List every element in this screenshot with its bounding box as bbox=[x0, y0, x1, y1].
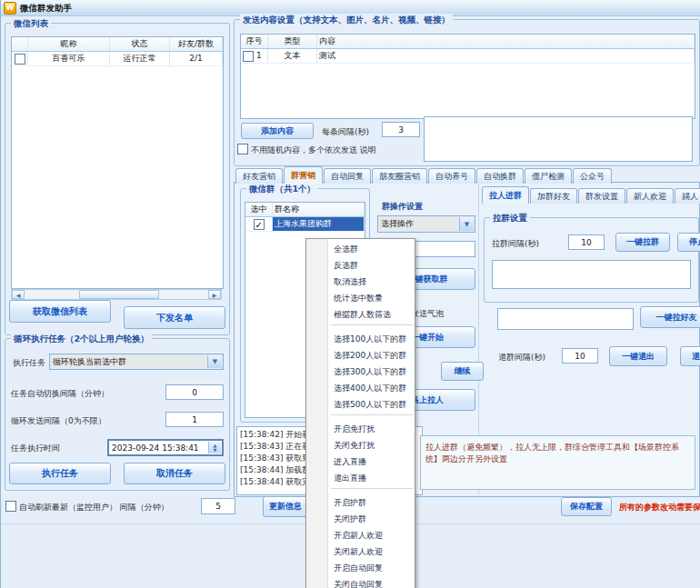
group-label: 发送内容设置（支持文本、图片、名片、视频、链接） bbox=[240, 14, 453, 25]
quit-button2[interactable]: 退出 bbox=[680, 346, 700, 366]
group-label: 微信群（共1个） bbox=[246, 183, 318, 194]
menu-item[interactable]: 开启自动回复 bbox=[306, 560, 415, 576]
main-tab[interactable]: 群营销 bbox=[284, 166, 323, 184]
horizontal-scrollbar[interactable]: ◀ ▶ bbox=[11, 289, 222, 300]
pull-interval-input[interactable]: 10 bbox=[568, 234, 605, 250]
menu-item[interactable] bbox=[331, 488, 413, 493]
main-tab[interactable]: 自动养号 bbox=[428, 168, 475, 184]
sub-tab[interactable]: 拉人进群 bbox=[482, 186, 529, 204]
main-tab[interactable]: 僵尸检测 bbox=[525, 168, 572, 184]
sub-tab-bar: 拉人进群 加群好友 群发设置 新人欢迎 踢人 bbox=[482, 188, 700, 204]
chevron-down-icon[interactable]: ▼ bbox=[459, 217, 474, 231]
switch-interval-input[interactable]: 0 bbox=[165, 384, 224, 400]
scroll-thumb[interactable] bbox=[79, 290, 159, 299]
content-type: 文本 bbox=[268, 49, 317, 63]
menu-item[interactable]: 根据群人数筛选 bbox=[306, 306, 415, 323]
menu-item[interactable]: 关闭新人欢迎 bbox=[306, 543, 415, 560]
col-status: 状态 bbox=[110, 37, 170, 51]
menu-item[interactable]: 开启免打扰 bbox=[306, 421, 415, 437]
add-content-button[interactable]: 添加内容 bbox=[241, 123, 314, 139]
col-type: 类型 bbox=[268, 35, 317, 48]
group-row[interactable]: 上海水果团购群 bbox=[245, 217, 365, 232]
menu-item[interactable]: 关闭护群 bbox=[306, 511, 415, 527]
save-config-button[interactable]: 保存配置 bbox=[561, 497, 612, 516]
app-window: W 微信群发助手 微信列表 昵称 状态 好友/群数 百香可乐 运行正常 2/1 bbox=[0, 0, 700, 588]
no-random-label: 不用随机内容，多个依次发送 说明 bbox=[251, 145, 376, 156]
row-checkbox[interactable] bbox=[15, 54, 25, 65]
friend-input[interactable] bbox=[497, 308, 634, 330]
no-random-checkbox[interactable] bbox=[237, 144, 248, 154]
spinner-icon[interactable]: ▲▼ bbox=[208, 442, 221, 453]
menu-item[interactable]: 进入直播 bbox=[306, 453, 415, 470]
menu-item[interactable]: 选择200人以下的群 bbox=[306, 347, 415, 364]
menu-item[interactable]: 退出直播 bbox=[306, 470, 415, 486]
interval-input[interactable]: 3 bbox=[382, 122, 420, 137]
main-tab[interactable]: 自动换群 bbox=[476, 168, 524, 184]
group-label: 微信列表 bbox=[11, 17, 51, 29]
content-table: 序号 类型 内容 1 文本 测试 bbox=[240, 34, 695, 119]
sub-tab[interactable]: 新人欢迎 bbox=[626, 188, 674, 204]
main-tab[interactable]: 自动回复 bbox=[324, 168, 371, 184]
menu-item[interactable]: 选择100人以下的群 bbox=[306, 331, 415, 347]
wechat-account-row[interactable]: 百香可乐 运行正常 2/1 bbox=[12, 52, 223, 66]
main-tab[interactable]: 朋友圈营销 bbox=[372, 168, 427, 184]
table-header: 序号 类型 内容 bbox=[241, 35, 695, 49]
exec-time-value: 2023-09-24 15:38:41 bbox=[112, 443, 199, 453]
content-row[interactable]: 1 文本 测试 bbox=[241, 49, 695, 64]
menu-item[interactable]: 开启新人欢迎 bbox=[306, 527, 415, 543]
main-tab-bar: 好友营销 群营销 自动回复 朋友圈营销 自动养号 自动换群 僵尸检测 公众号 bbox=[235, 167, 612, 184]
cancel-task-button[interactable]: 取消任务 bbox=[124, 463, 225, 484]
row-checkbox[interactable] bbox=[254, 219, 265, 230]
quit-interval-input[interactable]: 10 bbox=[562, 348, 598, 364]
pull-friend-button[interactable]: 一键拉好友 bbox=[640, 306, 700, 328]
account-count: 2/1 bbox=[170, 52, 223, 65]
account-nickname: 百香可乐 bbox=[28, 52, 110, 65]
update-info-button[interactable]: 更新信息 bbox=[263, 496, 308, 517]
refresh-list-button[interactable]: 获取微信列表 bbox=[9, 300, 111, 323]
pull-list-box[interactable] bbox=[492, 260, 691, 289]
menu-item[interactable]: 全选群 bbox=[306, 241, 415, 257]
menu-item[interactable]: 开启护群 bbox=[306, 494, 415, 511]
unsaved-warning-text: 所有的参数改动需要保存 bbox=[619, 502, 700, 513]
auto-refresh-checkbox[interactable] bbox=[5, 501, 16, 512]
menu-item[interactable]: 取消选择 bbox=[306, 274, 415, 290]
exec-time-picker[interactable]: 2023-09-24 15:38:41 ▲▼ bbox=[107, 439, 224, 456]
scroll-right-icon[interactable]: ▶ bbox=[208, 290, 221, 299]
menu-item[interactable]: 关闭自动回复 bbox=[306, 576, 415, 588]
wechat-list-group: 微信列表 昵称 状态 好友/群数 百香可乐 运行正常 2/1 bbox=[5, 23, 230, 335]
sub-tab[interactable]: 群发设置 bbox=[578, 188, 625, 204]
content-preview-box[interactable] bbox=[424, 116, 693, 162]
main-tab[interactable]: 公众号 bbox=[573, 168, 612, 184]
menu-item[interactable]: 关闭免打扰 bbox=[306, 437, 415, 453]
menu-item[interactable] bbox=[331, 414, 413, 419]
col-selected: 选中 bbox=[245, 203, 273, 216]
send-list-button[interactable]: 下发名单 bbox=[124, 306, 225, 329]
main-tab[interactable]: 好友营销 bbox=[235, 168, 283, 184]
group-op-select[interactable]: 选择操作 ▼ bbox=[377, 215, 475, 233]
auto-refresh-interval-input[interactable]: 5 bbox=[201, 498, 235, 514]
group-label: 拉群设置 bbox=[490, 212, 530, 224]
sub-tab[interactable]: 踢人 bbox=[675, 188, 700, 204]
sub-tab[interactable]: 加群好友 bbox=[530, 188, 577, 204]
menu-item[interactable]: 选择300人以下的群 bbox=[306, 364, 415, 380]
table-header: 选中 群名称 bbox=[245, 203, 365, 217]
window-title: 微信群发助手 bbox=[20, 3, 72, 15]
pull-group-button[interactable]: 一键拉群 bbox=[615, 233, 670, 252]
exec-task-select[interactable]: 循环轮换当前选中群 ▼ bbox=[49, 354, 224, 370]
quit-group-button[interactable]: 一键退出 bbox=[609, 346, 667, 366]
chevron-down-icon[interactable]: ▼ bbox=[207, 355, 222, 368]
menu-item[interactable]: 反选群 bbox=[306, 257, 415, 274]
menu-item[interactable] bbox=[331, 324, 413, 329]
continue-button[interactable]: 继续 bbox=[441, 362, 484, 381]
scroll-left-icon[interactable]: ◀ bbox=[12, 290, 25, 299]
group-label: 循环执行任务（2个以上用户轮换） bbox=[11, 333, 152, 344]
loop-count-input[interactable]: 1 bbox=[165, 412, 224, 427]
menu-item[interactable]: 选择400人以下的群 bbox=[306, 380, 415, 396]
stop-button[interactable]: 停止 bbox=[677, 233, 700, 252]
interval-label: 每条间隔(秒) bbox=[322, 126, 369, 138]
menu-item[interactable]: 统计选中数量 bbox=[306, 290, 415, 306]
run-task-button[interactable]: 执行任务 bbox=[9, 463, 111, 484]
send-content-group: 发送内容设置（支持文本、图片、名片、视频、链接） 序号 类型 内容 1 文本 测… bbox=[234, 19, 700, 166]
menu-item[interactable]: 选择500人以下的群 bbox=[306, 396, 415, 413]
row-checkbox[interactable] bbox=[243, 51, 254, 62]
